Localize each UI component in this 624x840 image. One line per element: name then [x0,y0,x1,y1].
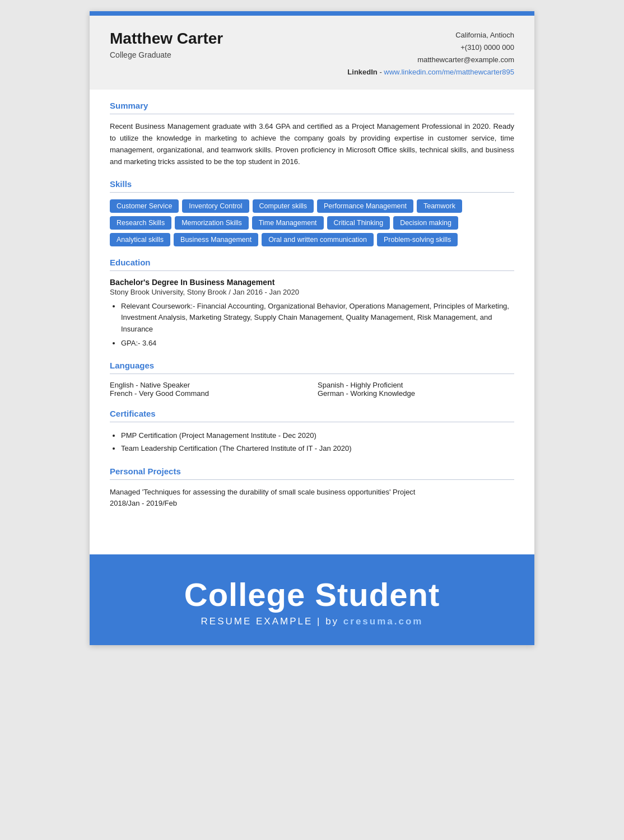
skill-badge: Oral and written communication [262,233,374,246]
languages-divider [110,374,514,374]
education-section: Education Bachelor's Degree In Business … [110,258,514,349]
skills-section: Skills Customer ServiceInventory Control… [110,179,514,246]
cert-list: PMP Certification (Project Management In… [110,429,514,455]
languages-col2: Spanish ‑ Highly ProficientGerman ‑ Work… [318,381,514,398]
summary-divider [110,114,514,114]
linkedin-label: LinkedIn [347,68,377,76]
linkedin-url[interactable]: www.linkedin.com/me/matthewcarter895 [384,68,514,76]
summary-title: Summary [110,101,514,110]
projects-text: Managed 'Techniques for assessing the du… [110,487,514,510]
skill-badge: Business Management [174,233,258,246]
top-accent-bar [90,11,534,16]
skill-badge: Critical Thinking [327,216,390,230]
header-section: Matthew Carter College Graduate Californ… [90,16,534,90]
languages-section: Languages English ‑ Native SpeakerFrench… [110,361,514,398]
applicant-name: Matthew Carter [110,29,223,48]
languages-title: Languages [110,361,514,370]
skill-badge: Memorization Skills [175,216,249,230]
skills-container: Customer ServiceInventory ControlCompute… [110,199,514,246]
projects-title: Personal Projects [110,466,514,476]
header-right: California, Antioch +(310) 0000 000 matt… [347,29,514,78]
footer-brand: cresuma.com [343,616,423,627]
email: matthewcarter@example.com [347,54,514,66]
summary-text: Recent Business Management graduate with… [110,121,514,167]
phone: +(310) 0000 000 [347,41,514,54]
skill-badge: Teamwork [417,199,462,213]
languages-col1: English ‑ Native SpeakerFrench ‑ Very Go… [110,381,306,398]
skill-badge: Performance Management [317,199,413,213]
lang-item: English ‑ Native Speaker [110,381,306,389]
edu-bullet: Relevant Coursework:- Financial Accounti… [121,301,514,335]
skill-badge: Research Skills [110,216,171,230]
resume-page: Matthew Carter College Graduate Californ… [90,11,534,645]
skill-badge: Customer Service [110,199,179,213]
footer-main-title: College Student [101,577,523,613]
certificates-title: Certificates [110,409,514,418]
certificates-divider [110,422,514,422]
header-left: Matthew Carter College Graduate [110,29,223,59]
skills-title: Skills [110,179,514,189]
resume-body: Summary Recent Business Management gradu… [90,90,534,538]
skill-badge: Analytical skills [110,233,170,246]
cert-item: PMP Certification (Project Management In… [121,429,514,442]
footer-sub-title: RESUME EXAMPLE | by cresuma.com [101,616,523,627]
skill-badge: Time Management [252,216,324,230]
skill-badge: Problem-solving skills [377,233,458,246]
skill-badge: Decision making [393,216,458,230]
skill-badge: Computer skills [253,199,314,213]
skill-badge: Inventory Control [182,199,249,213]
cert-item: Team Leadership Certification (The Chart… [121,442,514,455]
lang-item: French ‑ Very Good Command [110,389,306,398]
lang-item: Spanish ‑ Highly Proficient [318,381,514,389]
education-divider [110,270,514,271]
lang-item: German ‑ Working Knowledge [318,389,514,398]
edu-bullets: Relevant Coursework:- Financial Accounti… [110,301,514,349]
footer-banner: College Student RESUME EXAMPLE | by cres… [90,554,534,645]
applicant-title: College Graduate [110,50,223,59]
location: California, Antioch [347,29,514,41]
summary-section: Summary Recent Business Management gradu… [110,101,514,167]
edu-institution: Stony Brook University, Stony Brook / Ja… [110,288,514,296]
languages-grid: English ‑ Native SpeakerFrench ‑ Very Go… [110,381,514,398]
edu-degree: Bachelor's Degree In Business Management [110,278,514,287]
education-title: Education [110,258,514,267]
skills-divider [110,192,514,193]
linkedin-line: LinkedIn - www.linkedin.com/me/matthewca… [347,66,514,78]
edu-bullet: GPA:- 3.64 [121,338,514,349]
certificates-section: Certificates PMP Certification (Project … [110,409,514,455]
projects-divider [110,479,514,480]
projects-section: Personal Projects Managed 'Techniques fo… [110,466,514,510]
